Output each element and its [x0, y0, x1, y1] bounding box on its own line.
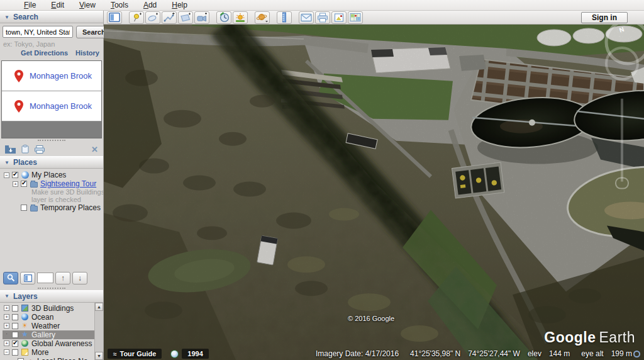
ocean-icon	[21, 313, 28, 320]
historical-imagery-button[interactable]	[216, 11, 231, 24]
menu-file[interactable]: File	[18, 1, 42, 9]
search-result-monhagen-1[interactable]: Monhagen Brook	[2, 61, 101, 91]
longitude-readout: 74°25'27,44" W	[468, 349, 520, 358]
places-tree: − My Places + Sightseeing Tour Make sure…	[0, 169, 103, 212]
google-earth-logo: GoogleEarth	[544, 329, 635, 346]
layer-checkbox[interactable]	[12, 340, 18, 347]
tree-item-sightseeing-tour[interactable]: + Sightseeing Tour	[3, 179, 103, 188]
get-directions-link[interactable]: Get Directions	[21, 49, 68, 59]
layer-checkbox[interactable]	[12, 349, 18, 356]
planets-button[interactable]	[255, 11, 270, 24]
folder-icon	[30, 206, 38, 211]
add-polygon-button[interactable]	[145, 11, 160, 24]
expander-icon[interactable]: +	[4, 314, 9, 320]
aerial-imagery[interactable]: N	[104, 25, 644, 360]
search-input[interactable]	[3, 26, 73, 38]
scroll-down-icon[interactable]: ▼	[95, 352, 103, 360]
latitude-readout: 41°25'35,98" N	[410, 349, 460, 358]
layer-more[interactable]: − More	[3, 348, 94, 357]
print-icon	[317, 13, 328, 23]
search-panel-title: Search	[13, 13, 38, 21]
layer-checkbox[interactable]	[12, 305, 18, 312]
menu-edit[interactable]: Edit	[45, 1, 70, 9]
add-path-button[interactable]	[162, 11, 177, 24]
tree-item-my-places[interactable]: − My Places	[3, 171, 103, 179]
layer-label: Local Place Na...	[37, 357, 94, 360]
save-to-places-folder-icon[interactable]	[5, 145, 16, 154]
sightseeing-tour-link[interactable]: Sightseeing Tour	[40, 179, 96, 188]
tour-guide-label: Tour Guide	[120, 350, 157, 357]
temporary-places-checkbox[interactable]	[21, 205, 27, 211]
layer-checkbox[interactable]	[18, 358, 24, 360]
tour-guide-toggle[interactable]: ≈ Tour Guide	[108, 349, 162, 359]
sign-in-button[interactable]: Sign in	[581, 12, 628, 23]
menu-help[interactable]: Help	[165, 1, 194, 9]
layer-3d-buildings[interactable]: + 3D Buildings	[3, 304, 94, 313]
expander-dot-icon[interactable]: ·	[4, 332, 9, 337]
places-panel-header[interactable]: ▼ Places	[0, 156, 103, 169]
placemark-pin-icon	[14, 100, 23, 113]
layer-checkbox[interactable]	[12, 314, 18, 320]
layer-label: Weather	[31, 322, 60, 330]
layer-local-place-names[interactable]: • Local Place Na...	[3, 357, 94, 360]
layer-label: 3D Buildings	[31, 304, 74, 313]
local-place-dot-icon: •	[29, 358, 32, 360]
expander-icon[interactable]: +	[4, 340, 9, 346]
menu-add[interactable]: Add	[137, 1, 163, 9]
save-image-icon	[334, 13, 344, 23]
layer-weather[interactable]: + ☀ Weather	[3, 322, 94, 330]
clear-search-results-icon[interactable]: ✕	[91, 145, 98, 154]
move-up-button[interactable]: ↑	[55, 272, 70, 284]
print-results-icon[interactable]	[35, 145, 45, 154]
layer-global-awareness[interactable]: + Global Awareness	[3, 339, 94, 348]
expander-icon[interactable]: −	[4, 349, 9, 355]
sunlight-button[interactable]	[233, 11, 248, 24]
layer-checkbox[interactable]	[12, 332, 18, 338]
search-panel-header[interactable]: ▼ Search	[0, 11, 103, 23]
menu-view[interactable]: View	[73, 1, 102, 9]
magnifier-icon	[7, 274, 15, 282]
3d-buildings-icon	[21, 305, 28, 312]
expander-icon[interactable]: +	[4, 305, 9, 311]
expander-icon[interactable]: +	[4, 323, 9, 329]
add-placemark-button[interactable]	[129, 11, 144, 24]
global-awareness-icon	[21, 340, 28, 347]
add-image-overlay-button[interactable]	[178, 11, 193, 24]
layer-gallery[interactable]: · ★ Gallery	[3, 330, 94, 339]
play-tour-button[interactable]	[20, 272, 35, 284]
places-panel-title: Places	[13, 158, 37, 167]
historical-imagery-clock-icon[interactable]	[170, 350, 179, 358]
layer-ocean[interactable]: + Ocean	[3, 313, 94, 322]
sightseeing-note-line1: Make sure 3D Buildings	[3, 188, 103, 196]
email-icon	[301, 13, 312, 22]
view-in-maps-button[interactable]	[348, 11, 363, 24]
layers-scrollbar[interactable]: ▲ ▼	[94, 303, 103, 360]
earth-viewport[interactable]: N © 2016 Google GoogleEarth ≈ Tour Guide…	[104, 25, 644, 360]
search-example-hint: ex: Tokyo, Japan	[0, 40, 103, 49]
expander-icon[interactable]: +	[13, 181, 18, 187]
imagery-year-chip[interactable]: 1994	[182, 349, 208, 359]
move-down-button[interactable]: ↓	[72, 272, 87, 284]
layer-checkbox[interactable]	[12, 323, 18, 329]
email-button[interactable]	[299, 11, 314, 24]
save-image-button[interactable]	[331, 11, 347, 24]
menu-tools[interactable]: Tools	[104, 1, 135, 9]
search-places-button[interactable]	[3, 272, 18, 284]
scroll-up-icon[interactable]: ▲	[95, 303, 103, 311]
search-result-monhagen-2[interactable]: Monhagen Brook	[2, 91, 101, 121]
tree-item-temporary-places[interactable]: Temporary Places	[3, 203, 103, 212]
my-places-checkbox[interactable]	[12, 172, 18, 178]
sightseeing-tour-checkbox[interactable]	[21, 181, 27, 187]
copy-icon[interactable]	[21, 145, 29, 154]
toggle-sidebar-button[interactable]	[107, 11, 122, 24]
layers-panel-header[interactable]: ▼ Layers	[0, 290, 103, 303]
places-filter-input[interactable]	[37, 273, 53, 283]
print-button[interactable]	[315, 11, 330, 24]
history-link[interactable]: History	[75, 49, 99, 59]
record-tour-button[interactable]	[194, 11, 209, 24]
planets-icon	[256, 13, 269, 23]
expander-icon[interactable]: −	[4, 172, 9, 178]
ruler-button[interactable]	[277, 11, 292, 24]
temporary-places-label: Temporary Places	[40, 203, 101, 212]
imagery-year-label: 1994	[187, 350, 203, 357]
